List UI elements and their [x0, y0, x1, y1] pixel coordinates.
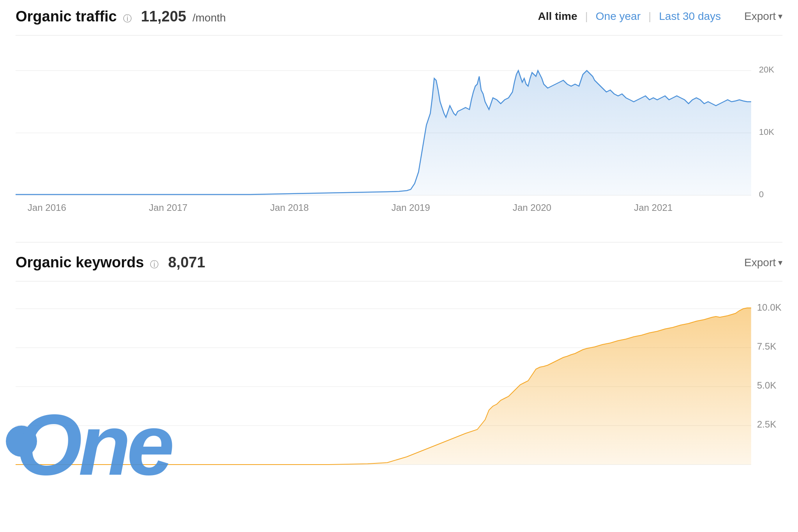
keywords-export-area: Export ▾ — [744, 256, 782, 269]
traffic-chart: 20K 10K 0 Jan 2016 Jan 2017 Jan 2018 Jan… — [0, 39, 798, 226]
keywords-header-section: Organic keywords ⓘ 8,071 Export ▾ — [0, 242, 798, 281]
traffic-unit: /month — [192, 12, 226, 24]
svg-text:10.0K: 10.0K — [757, 302, 782, 313]
svg-text:20K: 20K — [759, 65, 775, 74]
keywords-header: Organic keywords ⓘ 8,071 Export ▾ — [16, 254, 782, 271]
filter-divider-2: | — [648, 10, 651, 23]
keywords-export-label: Export — [744, 256, 776, 269]
export-label: Export — [744, 10, 776, 23]
keywords-info-icon[interactable]: ⓘ — [150, 259, 159, 270]
traffic-info-icon[interactable]: ⓘ — [123, 13, 132, 25]
traffic-chart-svg: 20K 10K 0 Jan 2016 Jan 2017 Jan 2018 Jan… — [16, 39, 782, 226]
keywords-export-arrow-icon: ▾ — [778, 258, 782, 268]
svg-text:10K: 10K — [759, 127, 775, 137]
organic-traffic-section: Organic traffic ⓘ 11,205 /month All time… — [0, 0, 798, 35]
keywords-title: Organic keywords — [16, 254, 144, 271]
traffic-title-group: Organic traffic ⓘ 11,205 /month — [16, 8, 226, 25]
traffic-export-btn[interactable]: Export ▾ — [744, 10, 782, 23]
keywords-chart-svg: 10.0K 7.5K 5.0K 2.5K — [16, 285, 782, 488]
export-arrow-icon: ▾ — [778, 11, 782, 21]
svg-text:Jan 2017: Jan 2017 — [149, 202, 187, 213]
svg-text:Jan 2018: Jan 2018 — [270, 202, 309, 213]
svg-text:Jan 2021: Jan 2021 — [634, 202, 673, 213]
keywords-chart-divider — [16, 281, 782, 281]
keywords-title-group: Organic keywords ⓘ 8,071 — [16, 254, 205, 271]
svg-text:5.0K: 5.0K — [757, 380, 777, 391]
traffic-title: Organic traffic — [16, 8, 117, 25]
svg-text:Jan 2016: Jan 2016 — [28, 202, 66, 213]
filter-divider-1: | — [585, 10, 588, 23]
filter-last-30[interactable]: Last 30 days — [651, 8, 729, 25]
filter-all-time[interactable]: All time — [530, 8, 585, 25]
filter-one-year[interactable]: One year — [588, 8, 648, 25]
keywords-export-btn[interactable]: Export ▾ — [744, 256, 782, 269]
traffic-header: Organic traffic ⓘ 11,205 /month All time… — [16, 8, 782, 25]
svg-text:2.5K: 2.5K — [757, 419, 777, 429]
svg-text:0: 0 — [759, 189, 764, 199]
traffic-value: 11,205 — [141, 8, 186, 25]
keywords-value: 8,071 — [168, 254, 205, 271]
keywords-section: Organic keywords ⓘ 8,071 Export ▾ 10.0K — [0, 242, 798, 488]
svg-text:Jan 2019: Jan 2019 — [392, 202, 430, 213]
time-filters: All time | One year | Last 30 days Expor… — [530, 8, 782, 25]
svg-text:Jan 2020: Jan 2020 — [513, 202, 551, 213]
keywords-chart: 10.0K 7.5K 5.0K 2.5K One — [0, 285, 798, 488]
svg-text:7.5K: 7.5K — [757, 341, 777, 352]
traffic-chart-divider — [16, 35, 782, 35]
